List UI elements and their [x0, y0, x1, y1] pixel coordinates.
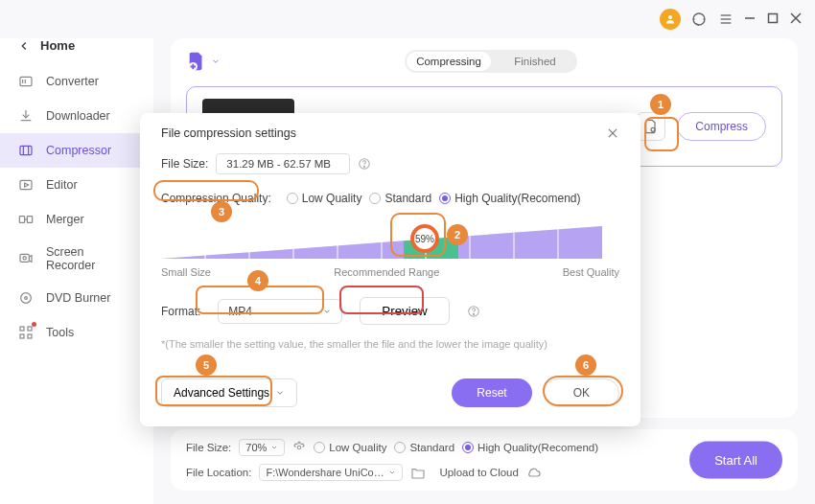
- svg-marker-34: [161, 241, 404, 259]
- filesize-select[interactable]: 70%: [239, 439, 285, 456]
- ok-button[interactable]: OK: [544, 378, 619, 407]
- add-file-button[interactable]: [186, 51, 221, 72]
- bottom-radio-high[interactable]: High Quality(Recomend): [462, 442, 598, 453]
- compression-quality-label: Compression Quality:: [161, 192, 271, 205]
- support-icon[interactable]: [690, 11, 708, 28]
- dvd-icon: [17, 289, 35, 307]
- svg-marker-36: [458, 226, 602, 259]
- editor-icon: [17, 176, 35, 194]
- merger-icon: [17, 211, 35, 228]
- sidebar-item-merger[interactable]: Merger: [0, 202, 153, 237]
- slider-label-small: Small Size: [161, 266, 211, 278]
- preview-button[interactable]: Preview: [360, 297, 449, 325]
- svg-rect-22: [20, 327, 24, 331]
- sidebar-item-screen-recorder[interactable]: Screen Recorder: [0, 237, 153, 281]
- bottom-radio-standard[interactable]: Standard: [394, 442, 454, 453]
- sidebar-item-label: Tools: [46, 326, 74, 339]
- svg-point-20: [21, 293, 32, 304]
- format-label: Format:: [161, 305, 200, 318]
- compressor-icon: [17, 142, 35, 159]
- sidebar-item-dvd-burner[interactable]: DVD Burner: [0, 281, 153, 315]
- converter-icon: [17, 73, 35, 90]
- help-icon[interactable]: [467, 305, 480, 318]
- sidebar-item-label: Merger: [46, 213, 84, 226]
- dialog-radio-standard[interactable]: Standard: [369, 192, 431, 205]
- bottom-bar: File Size: 70% Low Quality Standard High…: [171, 429, 798, 491]
- sidebar-item-label: DVD Burner: [46, 291, 110, 305]
- slider-thumb[interactable]: 59%: [410, 224, 439, 253]
- dialog-filesize-label: File Size:: [161, 157, 208, 171]
- sidebar-item-downloader[interactable]: Downloader: [0, 99, 153, 133]
- file-location-select[interactable]: F:\Wondershare UniConverter 1: [259, 464, 403, 481]
- status-tabs: Compressing Finished: [405, 50, 577, 73]
- sidebar-item-label: Downloader: [46, 109, 110, 123]
- dialog-radio-low[interactable]: Low Quality: [287, 192, 362, 205]
- chevron-down-icon: [322, 307, 332, 316]
- svg-rect-25: [28, 334, 32, 338]
- close-button[interactable]: [790, 12, 803, 26]
- svg-marker-14: [25, 183, 29, 187]
- quality-hint: *(The smaller the setting value, the sma…: [161, 338, 619, 350]
- user-avatar[interactable]: [660, 9, 681, 30]
- format-select[interactable]: MP4: [218, 299, 342, 324]
- svg-rect-15: [19, 217, 24, 223]
- svg-rect-18: [20, 254, 29, 262]
- svg-point-1: [693, 13, 705, 25]
- svg-rect-13: [20, 180, 32, 189]
- svg-point-21: [25, 297, 28, 300]
- download-icon: [17, 107, 35, 125]
- slider-label-best: Best Quality: [563, 266, 619, 278]
- compress-button[interactable]: Compress: [677, 112, 766, 141]
- svg-rect-23: [28, 327, 32, 331]
- bottom-location-label: File Location:: [186, 467, 251, 478]
- svg-point-27: [651, 127, 655, 131]
- file-settings-button[interactable]: [637, 112, 665, 141]
- sidebar-item-compressor[interactable]: Compressor: [0, 133, 153, 168]
- tools-icon: [17, 324, 35, 341]
- sidebar-home-label: Home: [40, 38, 75, 53]
- svg-point-28: [298, 446, 302, 449]
- sidebar-item-editor[interactable]: Editor: [0, 168, 153, 202]
- sidebar-item-label: Compressor: [46, 144, 111, 157]
- reset-button[interactable]: Reset: [452, 378, 531, 407]
- dialog-radio-high[interactable]: High Quality(Recomend): [439, 192, 580, 205]
- sidebar: Home Converter Downloader Compressor Edi…: [0, 38, 153, 504]
- sidebar-item-tools[interactable]: Tools: [0, 315, 153, 350]
- svg-rect-24: [20, 334, 24, 338]
- slider-label-recommended: Recommended Range: [334, 266, 439, 278]
- dialog-close-button[interactable]: [606, 126, 619, 140]
- sidebar-home[interactable]: Home: [0, 38, 153, 64]
- chevron-down-icon: [275, 388, 285, 398]
- cloud-icon[interactable]: [526, 465, 542, 480]
- sidebar-item-label: Editor: [46, 178, 78, 192]
- compression-settings-dialog: File compression settings File Size: 31.…: [140, 113, 640, 426]
- svg-point-47: [473, 313, 474, 314]
- sidebar-item-label: Converter: [46, 75, 99, 88]
- svg-rect-6: [769, 14, 778, 23]
- svg-point-32: [364, 166, 365, 167]
- minimize-button[interactable]: [744, 12, 757, 26]
- svg-point-0: [668, 15, 672, 19]
- chevron-down-icon: [211, 57, 221, 66]
- help-icon[interactable]: [358, 157, 371, 171]
- svg-rect-9: [20, 77, 32, 85]
- quality-slider[interactable]: 59% Small Size Recommended Range Best Qu…: [161, 218, 619, 276]
- dialog-filesize-input[interactable]: 31.29 MB - 62.57 MB: [216, 153, 350, 174]
- tab-finished[interactable]: Finished: [493, 50, 577, 73]
- svg-rect-16: [27, 217, 32, 223]
- open-folder-icon[interactable]: [410, 465, 426, 480]
- start-all-button[interactable]: Start All: [689, 442, 782, 479]
- tab-compressing[interactable]: Compressing: [407, 52, 491, 71]
- menu-icon[interactable]: [717, 11, 734, 28]
- bottom-filesize-label: File Size:: [186, 442, 231, 453]
- svg-point-19: [23, 257, 26, 260]
- bottom-settings-icon[interactable]: [292, 441, 306, 454]
- sidebar-item-label: Screen Recorder: [46, 245, 136, 272]
- svg-rect-10: [20, 146, 32, 154]
- sidebar-item-converter[interactable]: Converter: [0, 64, 153, 99]
- dialog-title: File compression settings: [161, 126, 296, 140]
- bottom-radio-low[interactable]: Low Quality: [314, 442, 386, 453]
- upload-cloud-label: Upload to Cloud: [439, 467, 518, 478]
- maximize-button[interactable]: [767, 12, 780, 26]
- advanced-settings-button[interactable]: Advanced Settings: [161, 378, 297, 407]
